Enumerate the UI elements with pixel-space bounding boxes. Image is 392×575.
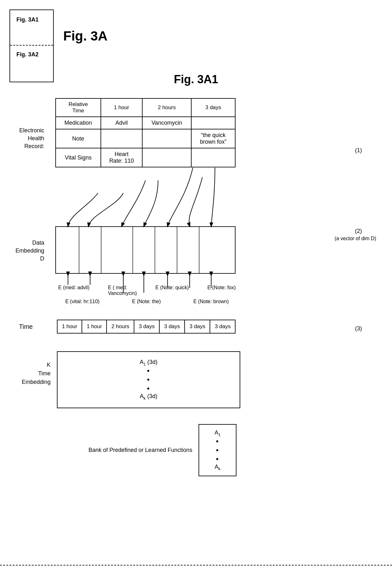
time-section: Time 1 hour 1 hour 2 hours 3 days 3 days…: [19, 320, 236, 334]
ehr-header-rel-time: RelativeTime: [56, 98, 101, 117]
bottom-dashed-line: [0, 565, 392, 566]
embed-row1: E (med: advil) E ( med:Vancomycin) E (No…: [49, 285, 245, 296]
ehr-row-note: Note “the quickbrown fox”: [56, 129, 235, 148]
corner-divider: [10, 45, 53, 46]
ehr-medication-3days: [191, 117, 235, 129]
label-2-sub: (a vector of dim D): [334, 236, 376, 241]
embed-med-vancomycin: E ( med:Vancomycin): [108, 285, 137, 296]
embed-note-brown: E (Note: brown): [193, 299, 229, 304]
ehr-header-1hour: 1 hour: [101, 98, 142, 117]
ehr-row-vitals: Vital Signs HeartRate: 110: [56, 148, 235, 167]
data-embedding-label: DataEmbeddingD: [9, 239, 44, 263]
fig3a-title: Fig. 3A: [63, 28, 107, 44]
k-box-dots: •••: [147, 366, 150, 393]
time-cell-1: 1 hour: [82, 320, 107, 333]
time-cell-5: 3 days: [185, 320, 210, 333]
embed-note-fox: E (Note: fox): [207, 285, 236, 296]
label-3: (3): [355, 325, 362, 332]
ehr-vitals-3days: [191, 148, 235, 167]
bank-section: Bank of Predefined or Learned Functions …: [89, 424, 236, 476]
time-row: 1 hour 1 hour 2 hours 3 days 3 days 3 da…: [57, 320, 235, 333]
ehr-vitals-label: Vital Signs: [56, 148, 101, 167]
ehr-table: RelativeTime 1 hour 2 hours 3 days Medic…: [55, 98, 236, 167]
ehr-header-3days: 3 days: [191, 98, 235, 117]
bank-dots: •••: [216, 437, 219, 464]
ehr-advil: Advil: [101, 117, 142, 129]
ehr-header-2hours: 2 hours: [142, 98, 191, 117]
k-time-embedding-section: KTimeEmbedding A1 (3d) ••• Ak (3d): [19, 351, 240, 408]
corner-fig1-label: Fig. 3A1: [16, 16, 39, 23]
ehr-medication-label: Medication: [56, 117, 101, 129]
corner-fig2-label: Fig. 3A2: [16, 51, 39, 58]
embed-vital-hr: E (vital: hr:110): [65, 299, 99, 304]
ehr-vitals-1hour: HeartRate: 110: [101, 148, 142, 167]
time-cell-0: 1 hour: [57, 320, 82, 333]
time-cell-3: 3 days: [134, 320, 159, 333]
label-2: (2): [355, 228, 362, 234]
ehr-note-label: Note: [56, 129, 101, 148]
k-box-ak: Ak (3d): [140, 393, 157, 401]
label-1: (1): [355, 147, 362, 154]
ehr-note-1hour: [101, 129, 142, 148]
k-box: A1 (3d) ••• Ak (3d): [57, 351, 240, 408]
embed-row2: E (vital: hr:110) E (Note: the) E (Note:…: [49, 299, 245, 304]
ehr-label: ElectronicHealthRecord:: [9, 127, 44, 151]
bank-label: Bank of Predefined or Learned Functions: [89, 447, 192, 453]
embed-note-the: E (Note: the): [132, 299, 161, 304]
time-cell-4: 3 days: [159, 320, 185, 333]
data-embedding-box: [55, 226, 236, 274]
embed-med-advil: E (med: advil): [58, 285, 89, 296]
bank-ak: Ak: [215, 464, 220, 471]
k-time-embedding-label: KTimeEmbedding: [19, 351, 57, 386]
ehr-note-3days: “the quickbrown fox”: [191, 129, 235, 148]
corner-box: Fig. 3A1 Fig. 3A2: [9, 9, 54, 82]
ehr-vancomycin: Vancomycin: [142, 117, 191, 129]
embed-labels: E (med: advil) E ( med:Vancomycin) E (No…: [49, 285, 245, 304]
ehr-row-medication: Medication Advil Vancomycin: [56, 117, 235, 129]
embed-note-quick: E (Note: quick): [155, 285, 189, 296]
bank-box: A1 ••• Ak: [199, 424, 236, 476]
time-cell-6: 3 days: [210, 320, 235, 333]
bank-a1: A1: [215, 429, 221, 437]
ehr-header-row: RelativeTime 1 hour 2 hours 3 days: [56, 98, 235, 117]
ehr-note-2hours: [142, 129, 191, 148]
time-label: Time: [19, 323, 51, 330]
time-table: 1 hour 1 hour 2 hours 3 days 3 days 3 da…: [57, 320, 236, 334]
fig3a1-title: Fig. 3A1: [0, 73, 392, 86]
ehr-vitals-2hours: [142, 148, 191, 167]
time-cell-2: 2 hours: [107, 320, 134, 333]
k-box-a1: A1 (3d): [140, 359, 157, 366]
